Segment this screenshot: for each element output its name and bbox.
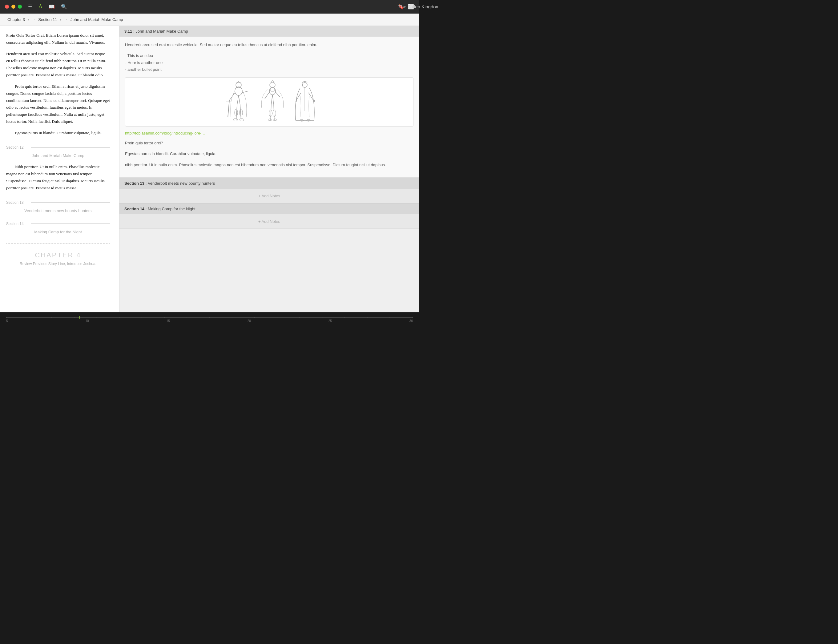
svg-line-22 xyxy=(276,92,280,97)
timeline-label-20: 20 xyxy=(248,319,251,322)
section-14-notes-header: Section 14 : Making Camp for the Night xyxy=(120,203,419,214)
add-notes-13-button[interactable]: + Add Notes xyxy=(258,194,280,198)
section-13-title: Venderbolt meets new bounty hunters xyxy=(6,209,110,213)
traffic-lights xyxy=(5,5,22,8)
svg-line-20 xyxy=(274,104,274,120)
note-content-311: Hendrerit arcu sed erat molestic vehicul… xyxy=(120,37,419,177)
section-header-title: John and Mariah Make Camp xyxy=(135,29,188,34)
breadcrumb-separator1: › xyxy=(34,18,35,21)
section-12-label: Section 12 xyxy=(6,145,27,150)
timeline-label-10: 10 xyxy=(85,319,89,322)
svg-line-4 xyxy=(236,105,237,120)
chapter-4-subtitle: Review Previous Story Line, Introduce Jo… xyxy=(6,262,110,266)
font-icon[interactable]: A xyxy=(38,3,43,10)
section-14-divider: Section 14 xyxy=(6,222,110,226)
section-13-divider: Section 13 xyxy=(6,200,110,205)
svg-point-23 xyxy=(270,87,274,92)
add-notes-14-button[interactable]: + Add Notes xyxy=(258,219,280,224)
bullet-2: - Here is another one xyxy=(125,59,414,66)
svg-point-12 xyxy=(233,118,238,121)
document-panel: Proin Quis Tortor Orci. Etiam Lorem ipsu… xyxy=(0,26,120,312)
svg-point-26 xyxy=(268,119,272,121)
svg-line-3 xyxy=(238,95,240,105)
note-text-3: nibh porttitor. Ut in nulla enim. Phasel… xyxy=(125,162,414,168)
timeline-label-25: 25 xyxy=(329,319,332,322)
section-label: Section 11 xyxy=(38,17,57,22)
bullet-3: - another bullet point xyxy=(125,66,414,73)
breadcrumb-page[interactable]: John and Mariah Make Camp xyxy=(68,16,126,23)
page-label: John and Mariah Make Camp xyxy=(71,17,123,22)
svg-point-13 xyxy=(240,118,244,121)
timeline-label-15: 15 xyxy=(166,319,170,322)
section-14-line xyxy=(31,223,110,224)
paragraph-4: Egestas purus in blandit. Curabitur vulp… xyxy=(6,130,110,137)
add-notes-13: + Add Notes xyxy=(120,189,419,203)
notes-panel: 3.11 : John and Mariah Make Camp Hendrer… xyxy=(120,26,419,312)
section-chevron: ▼ xyxy=(59,18,62,21)
character-sketches-image xyxy=(125,77,414,127)
section-14-notes-desc: : Making Camp for the Night xyxy=(146,207,196,211)
titlebar: ☰ A 📖 🔍 The Fallen Kingdom 🔖 ⬜ xyxy=(0,0,419,13)
book-icon[interactable]: 📖 xyxy=(49,4,55,10)
section-13-label: Section 13 xyxy=(6,200,27,205)
section-13-notes-desc: : Venderbolt meets new bounty hunters xyxy=(146,181,215,186)
paragraph-2: Hendrerit arcu sed erat molestic vehicul… xyxy=(6,51,110,79)
svg-line-17 xyxy=(271,95,273,104)
svg-point-27 xyxy=(273,119,277,121)
chapter-divider xyxy=(6,243,110,244)
add-notes-14: + Add Notes xyxy=(120,214,419,229)
timeline-label-30: 30 xyxy=(409,319,413,322)
svg-point-15 xyxy=(270,82,275,88)
section-14-title: Making Camp for the Night xyxy=(6,230,110,234)
close-button[interactable] xyxy=(5,5,9,8)
svg-line-18 xyxy=(273,95,274,104)
note-text-2a: Proin quis tortor orci? xyxy=(125,140,414,146)
note-text-2b: Egestas purus in blandit. Curabitur vulp… xyxy=(125,151,414,157)
section-14-label: Section 14 xyxy=(6,222,27,226)
search-icon[interactable]: 🔍 xyxy=(61,4,67,10)
bullet-1: - This is an idea xyxy=(125,53,414,59)
toolbar-icons: ☰ A 📖 🔍 xyxy=(28,3,67,10)
note-text-1: Hendrerit arcu sed erat molestic vehicul… xyxy=(125,41,414,48)
timeline-label-5: 5 xyxy=(6,319,8,322)
svg-point-16 xyxy=(269,87,276,95)
breadcrumb-section[interactable]: Section 11 ▼ xyxy=(36,16,64,23)
chapter-label: Chapter 3 xyxy=(7,17,25,22)
list-icon[interactable]: ☰ xyxy=(28,4,32,10)
svg-line-5 xyxy=(240,105,241,120)
section-12-divider: Section 12 xyxy=(6,145,110,150)
svg-line-2 xyxy=(237,95,238,105)
breadcrumb-chapter[interactable]: Chapter 3 ▼ xyxy=(5,16,32,23)
fullscreen-button[interactable] xyxy=(18,5,22,8)
external-link[interactable]: http://tobiasahlin.com/blog/introducing-… xyxy=(125,131,414,135)
minimize-button[interactable] xyxy=(12,5,15,8)
chapter-4-heading: CHAPTER 4 xyxy=(6,251,110,259)
section-13-notes-number: Section 13 xyxy=(124,181,145,186)
sketches-svg xyxy=(217,79,322,125)
breadcrumb-separator2: › xyxy=(66,18,67,21)
svg-point-11 xyxy=(240,109,243,117)
paragraph-5: Nibh porttitor. Ut in nulla enim. Phasel… xyxy=(6,163,110,192)
svg-line-21 xyxy=(265,92,269,99)
timeline-marker xyxy=(79,316,80,319)
paragraph-3: Proin quis tortor orci. Etiam at risus e… xyxy=(6,83,110,126)
section-311-header: 3.11 : John and Mariah Make Camp xyxy=(120,26,419,37)
chapter-chevron: ▼ xyxy=(27,18,30,21)
bullet-list: - This is an idea - Here is another one … xyxy=(125,53,414,73)
window-title: The Fallen Kingdom xyxy=(398,4,419,9)
section-number: 3.11 xyxy=(124,29,132,34)
section-12-title: John and Mariah Make Camp xyxy=(6,153,110,158)
svg-point-28 xyxy=(302,82,307,87)
svg-line-8 xyxy=(228,100,229,117)
svg-point-10 xyxy=(235,109,238,117)
svg-line-19 xyxy=(271,104,271,120)
section-13-notes-header: Section 13 : Venderbolt meets new bounty… xyxy=(120,177,419,189)
paragraph-1: Proin Quis Tortor Orci. Etiam Lorem ipsu… xyxy=(6,32,110,46)
svg-point-0 xyxy=(235,87,242,95)
timeline: • • • • • • • • • • • • • • • • • • • 5 … xyxy=(0,312,419,322)
section-14-notes-number: Section 14 xyxy=(124,207,145,211)
breadcrumb-bar: Chapter 3 ▼ › Section 11 ▼ › John and Ma… xyxy=(0,13,419,26)
timeline-track[interactable]: • • • • • • • • • • • • • • • • • • • 5 … xyxy=(6,317,413,318)
main-content: Proin Quis Tortor Orci. Etiam Lorem ipsu… xyxy=(0,26,419,312)
